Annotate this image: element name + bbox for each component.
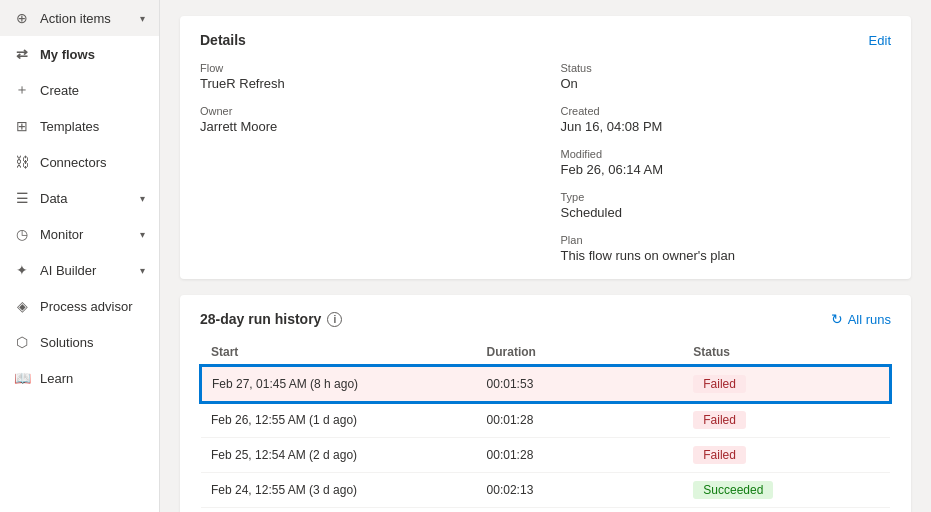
chevron-down-icon: ▾ [140, 193, 145, 204]
data-icon: ☰ [14, 190, 30, 206]
sidebar-item-process-advisor[interactable]: ◈ Process advisor [0, 288, 159, 324]
table-body: Feb 27, 01:45 AM (8 h ago)00:01:53Failed… [201, 366, 890, 512]
sidebar-item-monitor[interactable]: ◷ Monitor ▾ [0, 216, 159, 252]
status-field: Status On [561, 62, 892, 91]
cell-duration: 00:01:53 [477, 366, 684, 402]
status-badge: Failed [693, 411, 746, 429]
solutions-icon: ⬡ [14, 334, 30, 350]
status-badge: Failed [693, 375, 746, 393]
sidebar-item-label: AI Builder [40, 263, 96, 278]
sidebar-item-solutions[interactable]: ⬡ Solutions [0, 324, 159, 360]
cell-start: Feb 24, 12:55 AM (3 d ago) [201, 473, 477, 508]
create-icon: ＋ [14, 82, 30, 98]
created-field: Created Jun 16, 04:08 PM [561, 105, 892, 134]
table-header: Start Duration Status [201, 339, 890, 366]
all-runs-button[interactable]: ↻ All runs [831, 311, 891, 327]
flow-value: TrueR Refresh [200, 76, 531, 91]
status-label: Status [561, 62, 892, 74]
col-header-duration: Duration [477, 339, 684, 366]
sidebar-item-label: Templates [40, 119, 99, 134]
flow-field: Flow TrueR Refresh [200, 62, 531, 91]
templates-icon: ⊞ [14, 118, 30, 134]
plan-field: Plan This flow runs on owner's plan [561, 234, 892, 263]
cell-status: Failed [683, 438, 890, 473]
cell-duration: 00:02:13 [477, 473, 684, 508]
run-history-card: 28-day run history i ↻ All runs Start Du… [180, 295, 911, 512]
modified-value: Feb 26, 06:14 AM [561, 162, 892, 177]
status-value: On [561, 76, 892, 91]
cell-duration: 00:01:28 [477, 438, 684, 473]
sidebar-item-label: Action items [40, 11, 111, 26]
flow-label: Flow [200, 62, 531, 74]
sidebar-item-label: Connectors [40, 155, 106, 170]
my-flows-icon: ⇄ [14, 46, 30, 62]
learn-icon: 📖 [14, 370, 30, 386]
chevron-down-icon: ▾ [140, 265, 145, 276]
chevron-down-icon: ▾ [140, 13, 145, 24]
cell-start: Feb 26, 12:55 AM (1 d ago) [201, 402, 477, 438]
type-label: Type [561, 191, 892, 203]
sidebar-item-connectors[interactable]: ⛓ Connectors [0, 144, 159, 180]
owner-field: Owner Jarrett Moore [200, 105, 531, 134]
modified-field: Modified Feb 26, 06:14 AM [561, 148, 892, 177]
table-row[interactable]: Feb 27, 01:45 AM (8 h ago)00:01:53Failed [201, 366, 890, 402]
process-advisor-icon: ◈ [14, 298, 30, 314]
sidebar-item-label: Process advisor [40, 299, 132, 314]
table-row[interactable]: Feb 25, 12:54 AM (2 d ago)00:01:28Failed [201, 438, 890, 473]
history-title: 28-day run history i [200, 311, 342, 327]
sidebar-item-label: My flows [40, 47, 95, 62]
sidebar-item-create[interactable]: ＋ Create [0, 72, 159, 108]
connectors-icon: ⛓ [14, 154, 30, 170]
type-value: Scheduled [561, 205, 892, 220]
chevron-down-icon: ▾ [140, 229, 145, 240]
sidebar: ⊕ Action items ▾ ⇄ My flows ＋ Create ⊞ T… [0, 0, 160, 512]
ai-builder-icon: ✦ [14, 262, 30, 278]
cell-status: Failed [683, 402, 890, 438]
cell-status: Succeeded [683, 473, 890, 508]
sidebar-item-label: Solutions [40, 335, 93, 350]
table-row[interactable]: Feb 23, 12:55 AM (4 d ago)01:29:41Failed [201, 508, 890, 513]
details-card: Details Edit Flow TrueR Refresh Status O… [180, 16, 911, 279]
sidebar-item-ai-builder[interactable]: ✦ AI Builder ▾ [0, 252, 159, 288]
col-header-status: Status [683, 339, 890, 366]
col-header-start: Start [201, 339, 477, 366]
history-title-text: 28-day run history [200, 311, 321, 327]
sidebar-item-label: Monitor [40, 227, 83, 242]
owner-value: Jarrett Moore [200, 119, 531, 134]
details-title: Details [200, 32, 246, 48]
sidebar-item-action-items[interactable]: ⊕ Action items ▾ [0, 0, 159, 36]
info-icon[interactable]: i [327, 312, 342, 327]
details-grid: Flow TrueR Refresh Status On Owner Jarre… [200, 62, 891, 263]
table-row[interactable]: Feb 26, 12:55 AM (1 d ago)00:01:28Failed [201, 402, 890, 438]
cell-duration: 01:29:41 [477, 508, 684, 513]
edit-button[interactable]: Edit [869, 33, 891, 48]
cell-start: Feb 23, 12:55 AM (4 d ago) [201, 508, 477, 513]
refresh-icon: ↻ [831, 311, 843, 327]
plan-value: This flow runs on owner's plan [561, 248, 892, 263]
cell-status: Failed [683, 508, 890, 513]
run-table: Start Duration Status Feb 27, 01:45 AM (… [200, 339, 891, 512]
sidebar-item-my-flows[interactable]: ⇄ My flows [0, 36, 159, 72]
modified-label: Modified [561, 148, 892, 160]
cell-start: Feb 25, 12:54 AM (2 d ago) [201, 438, 477, 473]
sidebar-item-label: Create [40, 83, 79, 98]
sidebar-item-data[interactable]: ☰ Data ▾ [0, 180, 159, 216]
type-field: Type Scheduled [561, 191, 892, 220]
created-value: Jun 16, 04:08 PM [561, 119, 892, 134]
sidebar-item-label: Learn [40, 371, 73, 386]
cell-start: Feb 27, 01:45 AM (8 h ago) [201, 366, 477, 402]
created-label: Created [561, 105, 892, 117]
table-row[interactable]: Feb 24, 12:55 AM (3 d ago)00:02:13Succee… [201, 473, 890, 508]
sidebar-item-label: Data [40, 191, 67, 206]
owner-label: Owner [200, 105, 531, 117]
plan-label: Plan [561, 234, 892, 246]
details-header: Details Edit [200, 32, 891, 48]
action-items-icon: ⊕ [14, 10, 30, 26]
history-header: 28-day run history i ↻ All runs [200, 311, 891, 327]
cell-status: Failed [683, 366, 890, 402]
cell-duration: 00:01:28 [477, 402, 684, 438]
sidebar-item-templates[interactable]: ⊞ Templates [0, 108, 159, 144]
status-badge: Failed [693, 446, 746, 464]
sidebar-item-learn[interactable]: 📖 Learn [0, 360, 159, 396]
status-badge: Succeeded [693, 481, 773, 499]
